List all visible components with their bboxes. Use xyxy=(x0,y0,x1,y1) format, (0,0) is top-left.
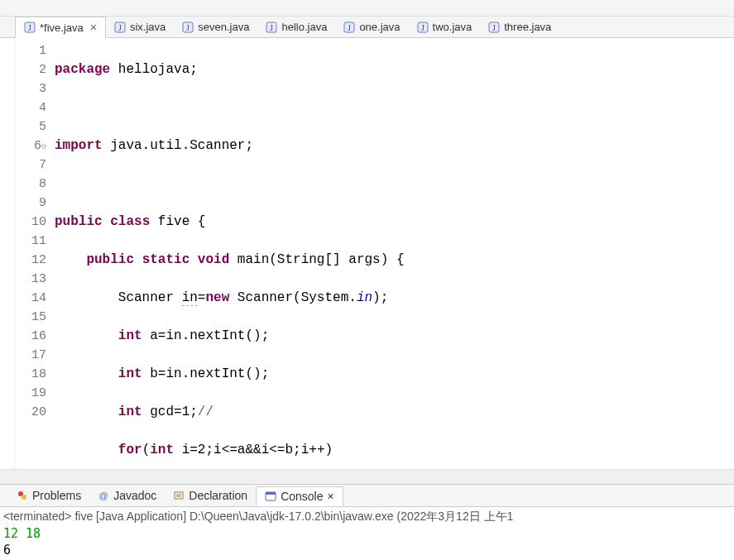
console-panel: <terminated> five [Java Application] D:\… xyxy=(0,507,734,560)
tab-label: six.java xyxy=(130,21,166,33)
line-number: 1 xyxy=(15,41,46,60)
code-line: import java.util.Scanner; xyxy=(55,136,734,156)
svg-rect-21 xyxy=(266,492,276,495)
svg-text:J: J xyxy=(28,23,31,32)
tab-label: two.java xyxy=(433,21,473,33)
svg-text:J: J xyxy=(492,23,496,32)
line-number: 16 xyxy=(15,327,46,346)
bottom-tab-bar: Problems @ Javadoc Declaration Console × xyxy=(0,484,734,507)
line-number: 11 xyxy=(15,232,46,251)
javadoc-icon: @ xyxy=(98,490,109,501)
tab-hello-java[interactable]: J hello.java xyxy=(257,17,335,38)
java-file-icon: J xyxy=(182,22,194,33)
svg-text:J: J xyxy=(186,23,189,32)
horizontal-scrollbar[interactable] xyxy=(0,469,734,484)
java-file-icon: J xyxy=(417,22,429,33)
code-editor[interactable]: 1 2 3 4 5 6⊖ 7 8 9 10 11 12 13 14 15 16 … xyxy=(0,38,734,469)
console-output[interactable]: 12 18 6 xyxy=(3,525,731,558)
line-number: 10 xyxy=(15,213,46,232)
svg-text:@: @ xyxy=(99,491,108,500)
svg-text:J: J xyxy=(118,23,122,32)
tab-declaration[interactable]: Declaration xyxy=(165,486,256,505)
svg-text:J: J xyxy=(271,23,274,32)
console-status: <terminated> five [Java Application] D:\… xyxy=(3,509,731,525)
line-number: 3 xyxy=(15,79,46,98)
line-number: 13 xyxy=(15,270,46,289)
line-number: 4 xyxy=(15,98,46,117)
line-number: 6⊖ xyxy=(15,136,46,156)
code-line: public class five { xyxy=(55,213,734,232)
code-line: int b=in.nextInt(); xyxy=(55,365,734,384)
code-line xyxy=(55,175,734,194)
tab-console[interactable]: Console × xyxy=(256,486,343,506)
line-number-gutter: 1 2 3 4 5 6⊖ 7 8 9 10 11 12 13 14 15 16 … xyxy=(15,38,51,469)
java-file-icon: J xyxy=(24,22,36,33)
console-stdout: 6 xyxy=(3,543,11,558)
code-line: int gcd=1;// xyxy=(55,403,734,422)
line-number: 17 xyxy=(15,346,46,365)
line-number: 9 xyxy=(15,194,46,213)
tab-problems[interactable]: Problems xyxy=(8,486,89,505)
tab-javadoc[interactable]: @ Javadoc xyxy=(89,486,165,505)
tab-label: hello.java xyxy=(281,21,327,33)
tab-one-java[interactable]: J one.java xyxy=(335,17,408,38)
code-line: Scanner in=new Scanner(System.in); xyxy=(55,289,734,308)
editor-tab-bar: J *five.java × J six.java J seven.java J… xyxy=(0,17,734,38)
line-number: 18 xyxy=(15,365,46,384)
line-number: 8 xyxy=(15,175,46,194)
tab-label: Declaration xyxy=(189,489,247,502)
tab-six-java[interactable]: J six.java xyxy=(106,17,174,38)
svg-text:J: J xyxy=(421,23,425,32)
svg-rect-17 xyxy=(175,492,183,499)
line-number: 2 xyxy=(15,60,46,79)
tab-seven-java[interactable]: J seven.java xyxy=(174,17,257,38)
java-file-icon: J xyxy=(114,22,126,33)
marker-bar xyxy=(0,38,15,469)
tab-label: Problems xyxy=(32,489,81,502)
tab-label: seven.java xyxy=(198,21,249,33)
code-line: public static void main(String[] args) { xyxy=(55,251,734,270)
tab-five-java[interactable]: J *five.java × xyxy=(15,17,106,38)
line-number: 7 xyxy=(15,156,46,175)
line-number: 20 xyxy=(15,403,46,422)
toolbar-strip xyxy=(0,0,734,17)
code-line: package hellojava; xyxy=(55,60,734,79)
code-line xyxy=(55,98,734,117)
close-icon[interactable]: × xyxy=(328,490,334,503)
svg-point-15 xyxy=(22,495,26,500)
tab-label: one.java xyxy=(359,21,400,33)
console-icon xyxy=(265,491,276,502)
tab-label: Javadoc xyxy=(113,489,156,502)
line-number: 19 xyxy=(15,384,46,403)
problems-icon xyxy=(17,490,28,501)
code-line: int a=in.nextInt(); xyxy=(55,327,734,346)
tab-three-java[interactable]: J three.java xyxy=(480,17,559,38)
declaration-icon xyxy=(173,490,185,501)
close-icon[interactable]: × xyxy=(90,21,97,34)
java-file-icon: J xyxy=(343,22,355,33)
svg-text:J: J xyxy=(348,23,351,32)
line-number: 12 xyxy=(15,251,46,270)
code-line: for(int i=2;i<=a&&i<=b;i++) xyxy=(55,441,734,460)
console-stdin: 12 18 xyxy=(3,526,41,541)
tab-label: *five.java xyxy=(40,22,84,34)
java-file-icon: J xyxy=(488,22,500,33)
line-number: 15 xyxy=(15,308,46,327)
code-content[interactable]: package hellojava; import java.util.Scan… xyxy=(51,38,734,469)
line-number: 5 xyxy=(15,117,46,136)
tab-label: three.java xyxy=(504,21,551,33)
java-file-icon: J xyxy=(266,22,277,33)
line-number: 14 xyxy=(15,289,46,308)
tab-two-java[interactable]: J two.java xyxy=(409,17,481,38)
tab-label: Console xyxy=(281,490,323,503)
